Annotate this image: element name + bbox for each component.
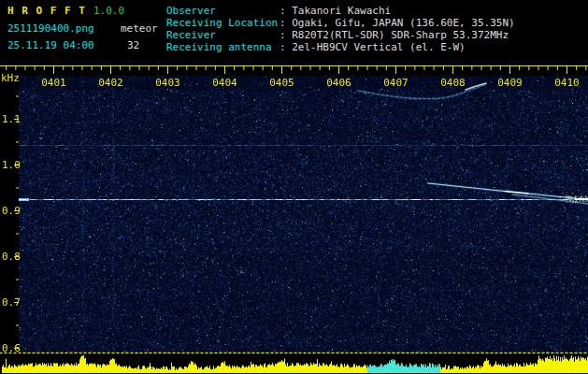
info-value: : R820T2(RTL-SDR) SDR-Sharp 53.372MHz: [280, 29, 509, 41]
freq-tick-label: 0.9: [2, 205, 21, 217]
time-tick-label: 0402: [98, 77, 124, 89]
info-label: Receiving antenna: [166, 41, 280, 53]
time-tick-label: 0409: [497, 77, 523, 89]
info-value: : Ogaki, Gifu, JAPAN (136.60E, 35.35N): [280, 17, 515, 29]
hrofft-output-image: H R O F F T 1.0.0 2511190400.png meteor …: [0, 0, 588, 374]
time-tick-label: 0401: [41, 77, 67, 89]
time-tick-label: 0403: [155, 77, 181, 89]
time-tick-label: 0406: [326, 77, 352, 89]
freq-tick-label: 1.1: [2, 113, 21, 125]
time-tick-label: 0408: [440, 77, 466, 89]
info-label: Receiving Location: [166, 17, 280, 29]
freq-tick-label: 0.8: [2, 251, 21, 263]
mode-label: meteor: [121, 22, 158, 35]
station-info: Observer: Takanori KawachiReceiving Loca…: [166, 5, 515, 53]
time-tick-label: 0404: [212, 77, 238, 89]
info-value: : Takanori Kawachi: [280, 5, 391, 17]
freq-tick-label: 1.0: [2, 159, 21, 171]
timestamp: 25.11.19 04:00: [7, 39, 94, 51]
output-filename: 2511190400.png: [7, 22, 94, 35]
echo-count: 32: [127, 39, 139, 51]
info-label: Observer: [166, 5, 280, 17]
spectrogram-canvas: [0, 65, 588, 374]
frequency-unit-label: kHz: [1, 72, 20, 84]
info-value: : 2el-HB9CV Vertical (el. E-W): [280, 41, 466, 53]
info-row: Observer: Takanori Kawachi: [166, 5, 515, 17]
time-tick-label: 0405: [269, 77, 295, 89]
freq-tick-label: 0.7: [2, 296, 21, 309]
app-title: H R O F F T: [7, 5, 86, 17]
freq-tick-label: 0.6: [2, 342, 21, 354]
time-tick-label: 0410: [554, 77, 581, 89]
info-row: Receiving Location: Ogaki, Gifu, JAPAN (…: [166, 17, 515, 29]
app-version-label: 1.0.0: [93, 5, 124, 17]
info-row: Receiving antenna: 2el-HB9CV Vertical (e…: [166, 41, 515, 53]
info-label: Receiver: [166, 29, 280, 41]
time-tick-label: 0407: [383, 77, 409, 89]
info-row: Receiver: R820T2(RTL-SDR) SDR-Sharp 53.3…: [166, 29, 515, 41]
